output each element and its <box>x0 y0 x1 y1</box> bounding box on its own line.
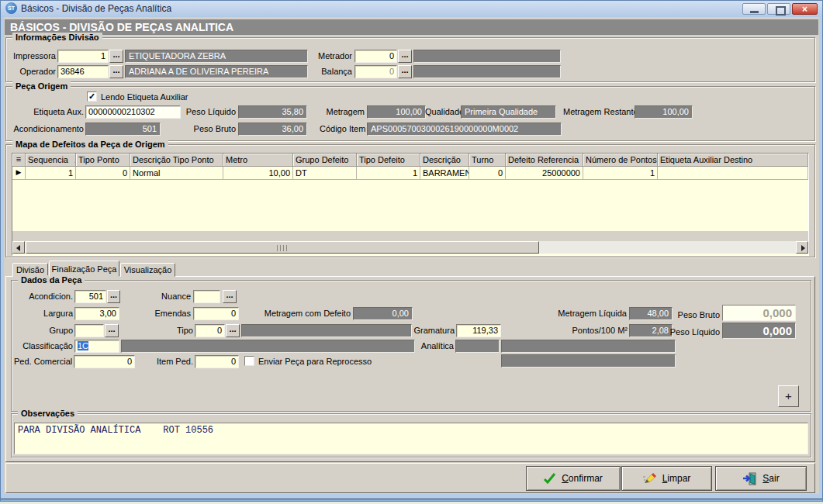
hscroll-left-button[interactable] <box>12 241 25 254</box>
add-button[interactable]: + <box>778 385 799 407</box>
acondicion-input[interactable]: 501 <box>74 290 106 303</box>
peso-liquido-value: 0,000 <box>722 323 796 339</box>
col-header-numero-pontos[interactable]: Número de Pontos <box>583 154 658 167</box>
exit-door-icon <box>742 472 757 485</box>
cell-grupo-defeito[interactable]: DT <box>293 167 357 180</box>
sair-button[interactable]: Sair <box>715 466 807 491</box>
metrador-input[interactable]: 0 <box>354 50 397 63</box>
restore-button[interactable] <box>767 3 790 15</box>
classificacao-input[interactable]: 1C <box>74 340 119 353</box>
nuance-browse-button[interactable]: ... <box>223 290 237 303</box>
nuance-input[interactable] <box>193 290 220 303</box>
operador-browse-button[interactable]: ... <box>109 65 123 78</box>
emendas-input[interactable]: 0 <box>193 307 239 320</box>
cell-turno[interactable]: 0 <box>469 167 506 180</box>
hscroll-right-icon <box>801 245 805 251</box>
lendo-etiqueta-label: Lendo Etiqueta Auxiliar <box>101 92 217 102</box>
largura-input[interactable]: 3,00 <box>74 307 119 320</box>
col-header-descricao[interactable]: Descrição <box>420 154 469 167</box>
peso-liquido-origem-value: 35,80 <box>238 105 307 119</box>
minimize-button[interactable] <box>742 3 766 15</box>
cell-descricao-tipo-ponto[interactable]: Normal <box>130 167 223 180</box>
cell-defeito-referencia[interactable]: 25000000 <box>506 167 583 180</box>
screen: ST Básicos - Divisão de Peças Analítica … <box>0 0 823 504</box>
grupo-label: Grupo <box>22 326 73 335</box>
hscroll-grip-icon <box>277 245 288 251</box>
largura-label: Largura <box>22 309 73 318</box>
impressora-label: Impressora <box>5 51 56 60</box>
balanca-browse-button[interactable]: ... <box>398 65 412 78</box>
operador-description: ADRIANA A DE OLIVEIRA PEREIRA <box>125 65 308 78</box>
cell-sequencia[interactable]: 1 <box>26 167 76 180</box>
hscroll-right-button[interactable] <box>796 241 808 254</box>
ped-comercial-label: Ped. Comercial <box>14 357 72 366</box>
col-header-metro[interactable]: Metro <box>223 154 293 167</box>
col-header-defeito-referencia[interactable]: Defeito Referencia <box>506 154 583 167</box>
qualidade-label: Qualidade <box>425 107 459 116</box>
balanca-description <box>413 65 561 78</box>
item-ped-input[interactable]: 0 <box>195 355 239 368</box>
app-icon: ST <box>5 2 17 14</box>
cell-etiqueta-destino[interactable] <box>658 167 808 180</box>
col-header-sequencia[interactable]: Sequencia <box>26 154 76 167</box>
reprocesso-checkbox[interactable] <box>244 356 254 366</box>
col-header-turno[interactable]: Turno <box>469 154 506 167</box>
acondicionamento-value: 501 <box>85 123 161 136</box>
codigo-item-label: Código Item <box>320 124 365 133</box>
etiqueta-aux-label: Etiqueta Aux. <box>20 107 84 116</box>
ped-comercial-input[interactable]: 0 <box>74 355 135 368</box>
eraser-pencil-icon <box>643 472 657 485</box>
tab-finalizacao-peca[interactable]: Finalização Peça <box>49 261 119 277</box>
metrador-label: Metrador <box>309 51 352 60</box>
confirmar-button[interactable]: Confirmar <box>526 466 621 491</box>
cell-tipo-defeito[interactable]: 1 <box>357 167 420 180</box>
reprocesso-label: Enviar Peça para Reprocesso <box>258 357 390 366</box>
page-title: BÁSICOS - DIVISÃO DE PEÇAS ANALITICA <box>5 19 818 35</box>
cell-metro[interactable]: 10,00 <box>223 167 293 180</box>
balanca-label: Balança <box>309 67 352 76</box>
balanca-input[interactable]: 0 <box>354 65 397 78</box>
sair-button-label: Sair <box>762 473 779 484</box>
metrador-browse-button[interactable]: ... <box>398 50 412 63</box>
acondicion-label: Acondicion. <box>22 292 73 301</box>
tab-visualizacao[interactable]: Visualização <box>120 263 175 277</box>
limpar-button[interactable]: Limpar <box>621 466 712 491</box>
confirmar-button-label: Confirmar <box>562 473 603 484</box>
close-button[interactable]: × <box>792 3 818 15</box>
col-header-etiqueta-destino[interactable]: Etiqueta Auxiliar Destino <box>658 154 808 167</box>
metragem-value: 100,00 <box>367 105 426 119</box>
impressora-description: ETIQUETADORA ZEBRA <box>125 50 308 63</box>
tipo-input[interactable]: 0 <box>195 324 225 337</box>
etiqueta-aux-input[interactable]: 00000000210302 <box>85 105 181 119</box>
lendo-etiqueta-checkbox[interactable]: ✓ <box>87 91 97 102</box>
group-peca-origem-title: Peça Origem <box>12 81 71 91</box>
cell-tipo-ponto[interactable]: 0 <box>76 167 130 180</box>
metragem-com-defeito-label: Metragem com Defeito <box>254 309 351 318</box>
peso-bruto-origem-label: Peso Bruto <box>182 124 236 133</box>
observacoes-textarea[interactable]: PARA DIVISÃO ANALÍTICA ROT 10556 <box>14 423 808 454</box>
pontos-100m2-label: Pontos/100 M² <box>562 326 628 335</box>
impressora-browse-button[interactable]: ... <box>109 50 123 63</box>
tipo-label: Tipo <box>166 326 193 335</box>
grupo-browse-button[interactable]: ... <box>105 324 119 337</box>
peso-liquido-origem-label: Peso Líquido <box>182 107 236 116</box>
grid-hscrollbar[interactable] <box>12 241 808 254</box>
peso-bruto-label: Peso Bruto <box>664 310 720 319</box>
operador-input[interactable]: 36846 <box>57 65 109 78</box>
col-header-tipo-ponto[interactable]: Tipo Ponto <box>76 154 130 167</box>
tipo-browse-button[interactable]: ... <box>226 324 240 337</box>
hscroll-thumb[interactable] <box>26 241 539 254</box>
col-header-tipo-defeito[interactable]: Tipo Defeito <box>357 154 420 167</box>
grupo-input[interactable] <box>74 324 104 337</box>
gramatura-input[interactable]: 119,33 <box>456 324 501 337</box>
metragem-restante-label: Metragem Restante <box>563 107 633 116</box>
impressora-input[interactable]: 1 <box>57 50 109 63</box>
peso-bruto-input[interactable]: 0,000 <box>722 305 796 321</box>
col-header-grupo-defeito[interactable]: Grupo Defeito <box>293 154 357 167</box>
acondicion-browse-button[interactable]: ... <box>107 290 120 303</box>
cell-descricao[interactable]: BARRAMENTO <box>420 167 469 180</box>
classificacao-label: Classificação <box>17 341 73 350</box>
cell-numero-pontos[interactable]: 1 <box>583 167 658 180</box>
defects-grid: ≡ Sequencia Tipo Ponto Descrição Tipo Po… <box>12 153 809 256</box>
col-header-descricao-tipo-ponto[interactable]: Descrição Tipo Ponto <box>130 154 223 167</box>
